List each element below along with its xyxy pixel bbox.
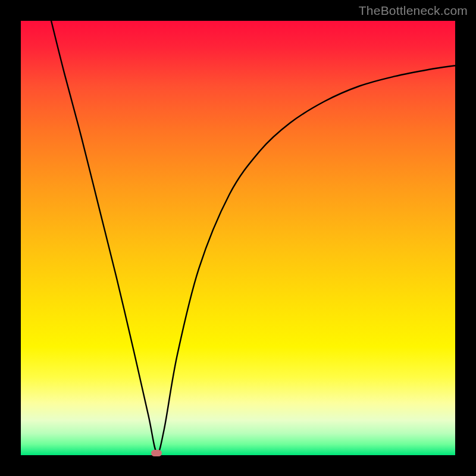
chart-frame: TheBottleneck.com <box>0 0 476 476</box>
target-point-marker <box>151 450 162 456</box>
bottleneck-curve <box>21 21 455 455</box>
plot-area <box>21 21 455 455</box>
watermark-text: TheBottleneck.com <box>359 4 468 18</box>
